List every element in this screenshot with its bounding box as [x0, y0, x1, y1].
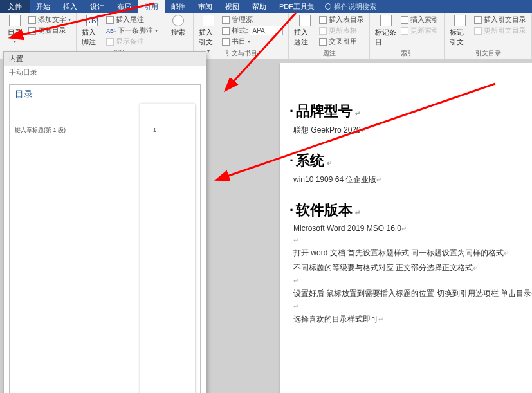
bibliography-button[interactable]: 书目▾: [222, 37, 283, 46]
insert-index-label: 插入索引: [410, 15, 439, 24]
text-step-3: 设置好后 鼠标放置到需要插入标题的位置 切换到引用选项栏 单击目录: [293, 289, 531, 298]
group-citation: 插入引文 ▾ 管理源 样式: APA▾ 书目▾ 引文与书目: [194, 13, 289, 59]
caption-icon: [299, 15, 311, 26]
tab-layout[interactable]: 布局: [111, 0, 138, 13]
insert-fig-toc-label: 插入表目录: [329, 15, 364, 24]
update-index-button[interactable]: 更新索引: [401, 26, 439, 35]
update-table-button[interactable]: 更新表格: [319, 26, 364, 35]
cross-reference-label: 交叉引用: [329, 37, 357, 46]
insert-footnote-label: 插入脚注: [82, 28, 102, 47]
manage-sources-label: 管理源: [232, 15, 253, 24]
manage-sources-button[interactable]: 管理源: [222, 15, 283, 24]
add-text-icon: [28, 16, 36, 24]
tab-pdftools[interactable]: PDF工具集: [273, 0, 321, 13]
insert-index-button[interactable]: 插入索引: [401, 15, 439, 24]
menu-bar: 文件 开始 插入 设计 布局 引用 邮件 审阅 视图 帮助 PDF工具集 操作说…: [0, 0, 532, 13]
update-toc-button[interactable]: 更新目录: [28, 26, 71, 35]
mark-citation-icon: [454, 15, 466, 26]
text-step-2: 不同标题的等级要与格式对应 正文部分选择正文格式: [293, 263, 473, 272]
cross-reference-button[interactable]: 交叉引用: [319, 37, 364, 46]
mark-entry-label: 标记条目: [375, 28, 397, 47]
style-icon: [222, 27, 230, 35]
bibliography-icon: [222, 38, 230, 46]
citation-style-select[interactable]: 样式: APA▾: [222, 26, 283, 35]
mark-citation-button[interactable]: 标记引文: [450, 15, 470, 47]
manual-toc-preview[interactable]: 目录 键入章标题(第 1 级)1键入章标题(第 2 级)2键入章标题(第 3 级…: [9, 84, 201, 393]
next-footnote-icon: AB¹: [106, 28, 116, 34]
show-notes-icon: [106, 38, 114, 46]
insert-citation-label: 插入引文: [199, 28, 219, 47]
search-icon: [172, 15, 184, 26]
file-tab[interactable]: 文件: [0, 0, 30, 13]
group-caption-label: 题注: [289, 49, 369, 58]
tab-review[interactable]: 审阅: [192, 0, 219, 13]
toc-button-label: 目录: [8, 28, 22, 37]
insert-citation-button[interactable]: 插入引文 ▾: [199, 15, 219, 54]
insert-endnote-button[interactable]: 插入尾注: [106, 15, 158, 24]
tab-insert[interactable]: 插入: [57, 0, 84, 13]
document-page[interactable]: 品牌型号↵ 联想 GeekPro 2020↵ 系统↵ win10 1909 64…: [280, 63, 532, 393]
text-brand-value: 联想 GeekPro 2020: [293, 125, 361, 134]
update-reftoc-button[interactable]: 更新引文目录: [474, 26, 526, 35]
manual-toc-title: 手动目录: [4, 66, 206, 79]
text-system-value: win10 1909 64 位企业版: [293, 175, 376, 184]
group-index-label: 索引: [370, 49, 444, 58]
update-table-icon: [319, 27, 327, 35]
group-citation-label: 引文与书目: [194, 49, 289, 58]
manage-sources-icon: [222, 16, 230, 24]
mark-entry-icon: [380, 15, 392, 26]
tab-view[interactable]: 视图: [219, 0, 246, 13]
update-reftoc-label: 更新引文目录: [484, 26, 526, 35]
style-label: 样式:: [232, 26, 248, 35]
insert-endnote-label: 插入尾注: [116, 15, 144, 24]
next-footnote-label: 下一条脚注: [118, 26, 153, 35]
tab-design[interactable]: 设计: [84, 0, 111, 13]
show-notes-button[interactable]: 显示备注: [106, 37, 158, 46]
update-toc-label: 更新目录: [38, 26, 66, 35]
tab-home[interactable]: 开始: [30, 0, 57, 13]
search-button-label: 搜索: [171, 28, 185, 37]
insert-footnote-button[interactable]: AB¹ 插入脚注: [82, 15, 102, 47]
group-reftoc: 标记引文 插入引文目录 更新引文目录 引文目录: [445, 13, 532, 59]
insert-caption-label: 插入题注: [294, 28, 315, 47]
update-reftoc-icon: [474, 27, 482, 35]
insert-reftoc-button[interactable]: 插入引文目录: [474, 15, 526, 24]
tab-help[interactable]: 帮助: [246, 0, 273, 13]
text-step-1: 打开 word 文档 首先设置标题样式 同一标题设置为同样的格式: [293, 248, 504, 257]
tab-references[interactable]: 引用: [138, 0, 165, 13]
toc-button[interactable]: 目录 ▾: [5, 15, 24, 44]
insert-reftoc-icon: [474, 16, 482, 24]
tell-me-label: 操作说明搜索: [334, 2, 376, 12]
style-value: APA: [252, 27, 264, 34]
next-footnote-button[interactable]: AB¹下一条脚注▾: [106, 26, 158, 35]
insert-caption-button[interactable]: 插入题注: [294, 15, 315, 47]
heading-system: 系统↵: [289, 151, 532, 170]
bulb-icon: [325, 3, 331, 10]
footnote-icon: AB¹: [86, 15, 98, 26]
group-reftoc-label: 引文目录: [445, 49, 531, 58]
text-software-value: Microsoft Word 2019 MSO 16.0: [293, 224, 401, 233]
update-toc-icon: [28, 27, 36, 35]
tell-me-search[interactable]: 操作说明搜索: [325, 2, 376, 12]
insert-fig-toc-button[interactable]: 插入表目录: [319, 15, 364, 24]
add-text-button[interactable]: 添加文字▾: [28, 15, 71, 24]
search-button[interactable]: 搜索: [169, 15, 188, 37]
update-index-label: 更新索引: [410, 26, 439, 35]
heading-software: 软件版本↵: [289, 201, 532, 220]
group-index: 标记条目 插入索引 更新索引 索引: [370, 13, 445, 59]
mark-entry-button[interactable]: 标记条目: [375, 15, 397, 47]
cross-ref-icon: [319, 38, 327, 46]
bibliography-label: 书目: [232, 37, 246, 46]
fig-toc-icon: [319, 16, 327, 24]
update-index-icon: [401, 27, 408, 35]
show-notes-label: 显示备注: [116, 37, 144, 46]
chevron-down-icon: ▾: [14, 39, 16, 44]
toc-line: 键入章标题(第 1 级)1: [15, 104, 195, 393]
citation-icon: [203, 15, 214, 26]
insert-index-icon: [401, 16, 408, 24]
insert-reftoc-label: 插入引文目录: [484, 15, 526, 24]
add-text-label: 添加文字: [38, 15, 66, 24]
toc-icon: [9, 15, 21, 26]
tab-mailings[interactable]: 邮件: [165, 0, 192, 13]
text-step-4: 选择喜欢的目录样式即可: [293, 315, 378, 324]
